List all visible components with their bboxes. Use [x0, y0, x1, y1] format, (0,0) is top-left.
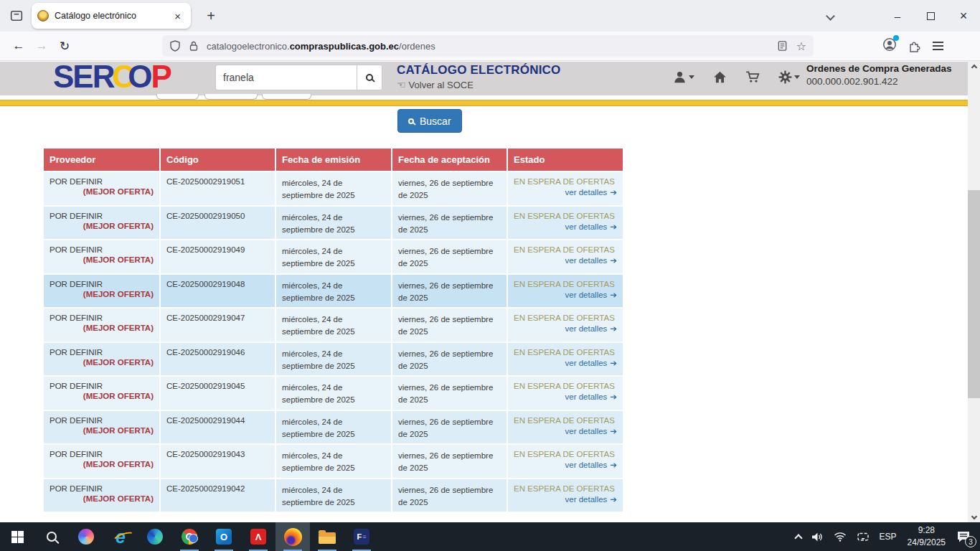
estado-label: EN ESPERA DE OFERTAS [514, 382, 617, 390]
fecha-aceptacion-cell: viernes, 26 de septiembre de 2025 [392, 240, 507, 274]
tray-wifi-icon[interactable] [829, 522, 852, 551]
tray-volume-icon[interactable] [806, 522, 829, 551]
mejor-oferta-label: (MEJOR OFERTA) [50, 290, 154, 298]
url-text[interactable]: catalogoelectronico.compraspublicas.gob.… [207, 41, 777, 52]
filter-button-partial[interactable] [156, 94, 199, 100]
estado-cell: EN ESPERA DE OFERTAS ver detalles➔ [507, 274, 623, 309]
home-icon[interactable] [713, 70, 727, 84]
scroll-down-icon[interactable] [968, 510, 980, 522]
ver-detalles-link[interactable]: ver detalles➔ [514, 324, 617, 334]
ver-detalles-link[interactable]: ver detalles➔ [514, 222, 617, 232]
table-row: POR DEFINIR (MEJOR OFERTA) CE-2025000291… [44, 376, 623, 410]
account-notification-dot [893, 35, 899, 41]
tray-chevron-up-icon[interactable] [791, 522, 806, 551]
codigo-cell: CE-20250002919042 [160, 479, 275, 512]
col-codigo: Código [160, 149, 275, 171]
taskbar-fapp-button[interactable]: F≡ [344, 522, 379, 551]
table-row: POR DEFINIR (MEJOR OFERTA) CE-2025000291… [44, 444, 623, 479]
taskbar-acrobat-button[interactable]: Λ [241, 522, 275, 551]
col-proveedor: Proveedor [44, 149, 160, 171]
arrow-right-icon: ➔ [610, 188, 617, 197]
ver-detalles-link[interactable]: ver detalles➔ [514, 426, 617, 436]
codigo-cell: CE-20250002919048 [160, 274, 275, 309]
estado-cell: EN ESPERA DE OFERTAS ver detalles➔ [507, 444, 623, 479]
file-explorer-icon [319, 532, 336, 544]
ver-detalles-link[interactable]: ver detalles➔ [514, 494, 617, 504]
restore-button[interactable] [914, 0, 947, 32]
scroll-up-icon[interactable] [968, 61, 980, 73]
taskbar-ie-button[interactable]: e [103, 522, 138, 551]
orders-table: Proveedor Código Fecha de emisión Fecha … [44, 149, 623, 512]
estado-label: EN ESPERA DE OFERTAS [514, 245, 617, 254]
sercop-logo[interactable]: SERCOP [53, 59, 171, 95]
reader-view-icon[interactable] [777, 40, 788, 52]
estado-cell: EN ESPERA DE OFERTAS ver detalles➔ [507, 240, 623, 274]
scrollbar-thumb[interactable] [968, 190, 980, 398]
reload-button[interactable]: ↻ [53, 34, 76, 57]
filter-button-partial[interactable] [262, 94, 311, 100]
back-button[interactable]: ← [7, 34, 30, 57]
taskbar-search-button[interactable] [34, 522, 69, 551]
tray-clock[interactable]: 9:28 24/9/2025 [902, 524, 951, 549]
browser-tab[interactable]: Catálogo electrónico × [32, 3, 191, 29]
taskbar-outlook-button[interactable]: O [207, 522, 241, 551]
tracking-shield-icon[interactable] [169, 40, 181, 52]
url-bar[interactable]: catalogoelectronico.compraspublicas.gob.… [162, 35, 814, 57]
taskbar: e O Λ F≡ ESP 9:28 24/9/2025 [0, 522, 980, 551]
ver-detalles-link[interactable]: ver detalles➔ [514, 392, 617, 402]
fecha-aceptacion-cell: viernes, 26 de septiembre de 2025 [392, 376, 507, 410]
settings-gear-icon[interactable] [778, 70, 800, 84]
ver-detalles-link[interactable]: ver detalles➔ [514, 290, 617, 300]
page-content: Buscar Proveedor Código Fecha de emisión… [0, 106, 968, 522]
tab-list-chevron-icon[interactable] [819, 5, 841, 27]
cart-icon[interactable] [745, 70, 760, 84]
close-button[interactable]: × [947, 0, 980, 32]
ver-detalles-link[interactable]: ver detalles➔ [514, 187, 617, 197]
tab-title: Catálogo electrónico [55, 11, 170, 21]
tray-notification-button[interactable]: 3 [951, 522, 976, 551]
account-icon[interactable] [882, 37, 897, 55]
edge-icon [147, 529, 163, 545]
ver-detalles-link[interactable]: ver detalles➔ [514, 358, 617, 368]
filter-button-partial[interactable] [204, 94, 258, 100]
estado-label: EN ESPERA DE OFERTAS [514, 450, 617, 458]
lock-icon[interactable] [188, 40, 199, 52]
forward-button[interactable]: → [30, 34, 53, 57]
menu-hamburger-icon[interactable] [933, 42, 943, 50]
vertical-scrollbar[interactable] [968, 61, 980, 522]
tab-strip: Catálogo electrónico × + – × [0, 0, 980, 32]
tab-overview-icon[interactable] [6, 5, 27, 27]
taskbar-chrome-button[interactable] [172, 522, 207, 551]
user-menu-icon[interactable] [673, 70, 694, 84]
extensions-puzzle-icon[interactable] [908, 39, 921, 52]
tab-close-icon[interactable]: × [170, 9, 185, 24]
new-tab-button[interactable]: + [201, 6, 221, 26]
taskbar-explorer-button[interactable] [310, 522, 344, 551]
taskbar-edge-button[interactable] [138, 522, 172, 551]
ver-detalles-link[interactable]: ver detalles➔ [514, 460, 617, 470]
codigo-cell: CE-20250002919050 [160, 206, 275, 240]
codigo-cell: CE-20250002919049 [160, 240, 275, 274]
taskbar-copilot-button[interactable] [69, 522, 103, 551]
orders-generated-number: 000.000.002.901.422 [806, 76, 952, 87]
table-row: POR DEFINIR (MEJOR OFERTA) CE-2025000291… [44, 308, 623, 342]
start-button[interactable] [0, 522, 34, 551]
tray-language-indicator[interactable]: ESP [875, 522, 902, 551]
chevron-down-icon [689, 75, 694, 79]
ver-detalles-link[interactable]: ver detalles➔ [514, 255, 617, 265]
bookmark-star-icon[interactable]: ☆ [796, 39, 806, 53]
arrow-right-icon: ➔ [610, 461, 617, 469]
mejor-oferta-label: (MEJOR OFERTA) [50, 426, 154, 435]
product-search-input[interactable] [215, 65, 357, 90]
col-fecha-aceptacion: Fecha de aceptación [392, 149, 507, 171]
tray-display-icon[interactable] [852, 522, 875, 551]
taskbar-firefox-button[interactable] [275, 522, 310, 551]
notification-count-badge: 3 [965, 536, 976, 547]
volver-al-soce-link[interactable]: ☜Volver al SOCE [397, 79, 560, 90]
minimize-button[interactable]: – [881, 0, 914, 32]
table-row: POR DEFINIR (MEJOR OFERTA) CE-2025000291… [44, 274, 623, 309]
table-row: POR DEFINIR (MEJOR OFERTA) CE-2025000291… [44, 206, 623, 240]
buscar-button[interactable]: Buscar [397, 109, 462, 133]
proveedor-cell: POR DEFINIR (MEJOR OFERTA) [44, 342, 160, 377]
product-search-button[interactable] [357, 65, 382, 90]
